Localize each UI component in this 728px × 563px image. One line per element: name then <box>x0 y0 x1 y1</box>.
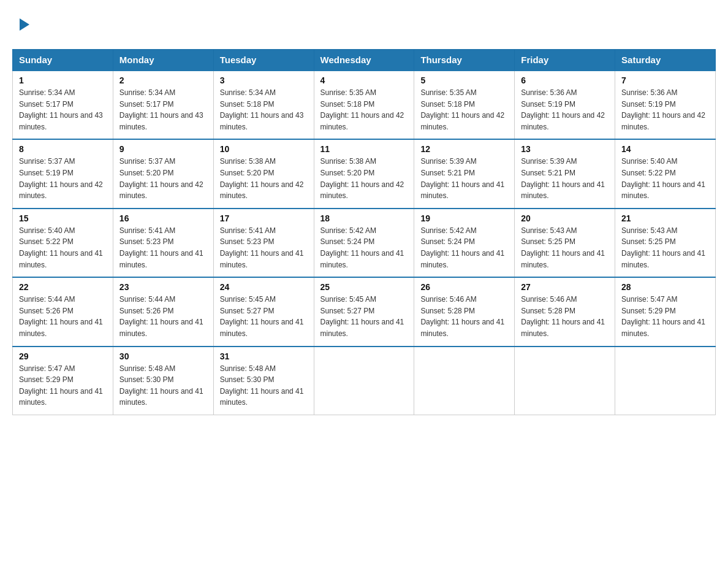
sunset-label: Sunset: 5:26 PM <box>19 307 74 315</box>
day-info: Sunrise: 5:37 AM Sunset: 5:20 PM Dayligh… <box>119 156 207 201</box>
sunset-label: Sunset: 5:28 PM <box>521 307 575 315</box>
day-number: 20 <box>521 213 609 223</box>
daylight-label: Daylight: 11 hours and 41 minutes. <box>521 249 605 269</box>
sunset-label: Sunset: 5:23 PM <box>220 237 275 246</box>
day-number: 28 <box>621 282 709 292</box>
sunrise-label: Sunrise: 5:37 AM <box>19 157 75 166</box>
day-info: Sunrise: 5:36 AM Sunset: 5:19 PM Dayligh… <box>621 87 709 132</box>
sunrise-label: Sunrise: 5:41 AM <box>220 226 276 235</box>
day-number: 31 <box>220 351 308 361</box>
sunrise-label: Sunrise: 5:38 AM <box>320 157 376 166</box>
day-number: 24 <box>220 282 308 292</box>
sunrise-label: Sunrise: 5:48 AM <box>119 364 175 373</box>
daylight-label: Daylight: 11 hours and 41 minutes. <box>521 180 605 201</box>
table-row: 27 Sunrise: 5:46 AM Sunset: 5:28 PM Dayl… <box>515 277 615 346</box>
table-row: 2 Sunrise: 5:34 AM Sunset: 5:17 PM Dayli… <box>113 71 213 139</box>
header-saturday: Saturday <box>615 50 716 71</box>
sunrise-label: Sunrise: 5:44 AM <box>119 295 175 304</box>
sunrise-label: Sunrise: 5:35 AM <box>420 88 476 97</box>
sunrise-label: Sunrise: 5:39 AM <box>420 157 476 166</box>
day-number: 6 <box>521 75 609 85</box>
day-number: 4 <box>320 75 408 85</box>
day-info: Sunrise: 5:44 AM Sunset: 5:26 PM Dayligh… <box>119 294 207 339</box>
table-row: 12 Sunrise: 5:39 AM Sunset: 5:21 PM Dayl… <box>414 139 515 208</box>
table-row: 29 Sunrise: 5:47 AM Sunset: 5:29 PM Dayl… <box>13 347 113 415</box>
header-friday: Friday <box>515 50 615 71</box>
day-info: Sunrise: 5:40 AM Sunset: 5:22 PM Dayligh… <box>19 225 107 270</box>
sunset-label: Sunset: 5:27 PM <box>220 307 275 315</box>
sunset-label: Sunset: 5:23 PM <box>119 237 174 246</box>
sunset-label: Sunset: 5:17 PM <box>119 100 174 109</box>
day-number: 29 <box>19 351 107 361</box>
day-info: Sunrise: 5:48 AM Sunset: 5:30 PM Dayligh… <box>220 363 308 408</box>
daylight-label: Daylight: 11 hours and 41 minutes. <box>521 318 605 338</box>
table-row: 1 Sunrise: 5:34 AM Sunset: 5:17 PM Dayli… <box>13 71 113 139</box>
day-number: 16 <box>119 213 207 223</box>
daylight-label: Daylight: 11 hours and 43 minutes. <box>119 111 203 131</box>
sunrise-label: Sunrise: 5:43 AM <box>621 226 677 235</box>
sunrise-label: Sunrise: 5:38 AM <box>220 157 276 166</box>
daylight-label: Daylight: 11 hours and 41 minutes. <box>220 387 304 407</box>
sunrise-label: Sunrise: 5:37 AM <box>119 157 175 166</box>
day-info: Sunrise: 5:34 AM Sunset: 5:17 PM Dayligh… <box>119 87 207 132</box>
day-number: 3 <box>220 75 308 85</box>
sunrise-label: Sunrise: 5:36 AM <box>621 88 677 97</box>
table-row: 17 Sunrise: 5:41 AM Sunset: 5:23 PM Dayl… <box>213 209 314 277</box>
table-row: 20 Sunrise: 5:43 AM Sunset: 5:25 PM Dayl… <box>515 209 615 277</box>
daylight-label: Daylight: 11 hours and 42 minutes. <box>521 111 605 131</box>
day-info: Sunrise: 5:35 AM Sunset: 5:18 PM Dayligh… <box>420 87 508 132</box>
daylight-label: Daylight: 11 hours and 42 minutes. <box>119 180 203 201</box>
sunrise-label: Sunrise: 5:46 AM <box>420 295 476 304</box>
daylight-label: Daylight: 11 hours and 41 minutes. <box>220 249 304 269</box>
logo <box>18 18 29 31</box>
calendar-table: Sunday Monday Tuesday Wednesday Thursday… <box>12 49 716 415</box>
sunrise-label: Sunrise: 5:42 AM <box>420 226 476 235</box>
daylight-label: Daylight: 11 hours and 41 minutes. <box>119 387 203 407</box>
table-row <box>414 347 515 415</box>
sunrise-label: Sunrise: 5:43 AM <box>521 226 577 235</box>
sunrise-label: Sunrise: 5:40 AM <box>19 226 75 235</box>
day-number: 12 <box>420 144 508 154</box>
table-row: 28 Sunrise: 5:47 AM Sunset: 5:29 PM Dayl… <box>615 277 716 346</box>
sunrise-label: Sunrise: 5:34 AM <box>19 88 75 97</box>
day-number: 22 <box>19 282 107 292</box>
sunrise-label: Sunrise: 5:48 AM <box>220 364 276 373</box>
sunset-label: Sunset: 5:19 PM <box>621 100 676 109</box>
day-info: Sunrise: 5:42 AM Sunset: 5:24 PM Dayligh… <box>320 225 408 270</box>
daylight-label: Daylight: 11 hours and 42 minutes. <box>320 180 404 201</box>
daylight-label: Daylight: 11 hours and 42 minutes. <box>621 111 705 131</box>
day-info: Sunrise: 5:35 AM Sunset: 5:18 PM Dayligh… <box>320 87 408 132</box>
sunset-label: Sunset: 5:20 PM <box>220 169 275 177</box>
day-info: Sunrise: 5:40 AM Sunset: 5:22 PM Dayligh… <box>621 156 709 201</box>
daylight-label: Daylight: 11 hours and 41 minutes. <box>621 318 705 338</box>
daylight-label: Daylight: 11 hours and 41 minutes. <box>19 387 103 407</box>
day-number: 14 <box>621 144 709 154</box>
sunset-label: Sunset: 5:27 PM <box>320 307 375 315</box>
sunset-label: Sunset: 5:18 PM <box>320 100 375 109</box>
sunset-label: Sunset: 5:22 PM <box>19 237 74 246</box>
table-row: 25 Sunrise: 5:45 AM Sunset: 5:27 PM Dayl… <box>314 277 414 346</box>
day-number: 25 <box>320 282 408 292</box>
daylight-label: Daylight: 11 hours and 41 minutes. <box>119 249 203 269</box>
sunrise-label: Sunrise: 5:47 AM <box>621 295 677 304</box>
day-info: Sunrise: 5:45 AM Sunset: 5:27 PM Dayligh… <box>220 294 308 339</box>
sunset-label: Sunset: 5:22 PM <box>621 169 676 177</box>
table-row <box>515 347 615 415</box>
day-info: Sunrise: 5:36 AM Sunset: 5:19 PM Dayligh… <box>521 87 609 132</box>
sunrise-label: Sunrise: 5:45 AM <box>320 295 376 304</box>
daylight-label: Daylight: 11 hours and 41 minutes. <box>19 318 103 338</box>
sunrise-label: Sunrise: 5:34 AM <box>119 88 175 97</box>
header-sunday: Sunday <box>13 50 113 71</box>
day-number: 2 <box>119 75 207 85</box>
day-number: 26 <box>420 282 508 292</box>
table-row: 3 Sunrise: 5:34 AM Sunset: 5:18 PM Dayli… <box>213 71 314 139</box>
table-row: 11 Sunrise: 5:38 AM Sunset: 5:20 PM Dayl… <box>314 139 414 208</box>
day-info: Sunrise: 5:43 AM Sunset: 5:25 PM Dayligh… <box>521 225 609 270</box>
header-thursday: Thursday <box>414 50 515 71</box>
sunrise-label: Sunrise: 5:39 AM <box>521 157 577 166</box>
header-tuesday: Tuesday <box>213 50 314 71</box>
calendar-week-row: 29 Sunrise: 5:47 AM Sunset: 5:29 PM Dayl… <box>13 347 716 415</box>
page-header <box>12 12 716 37</box>
day-number: 18 <box>320 213 408 223</box>
day-info: Sunrise: 5:44 AM Sunset: 5:26 PM Dayligh… <box>19 294 107 339</box>
